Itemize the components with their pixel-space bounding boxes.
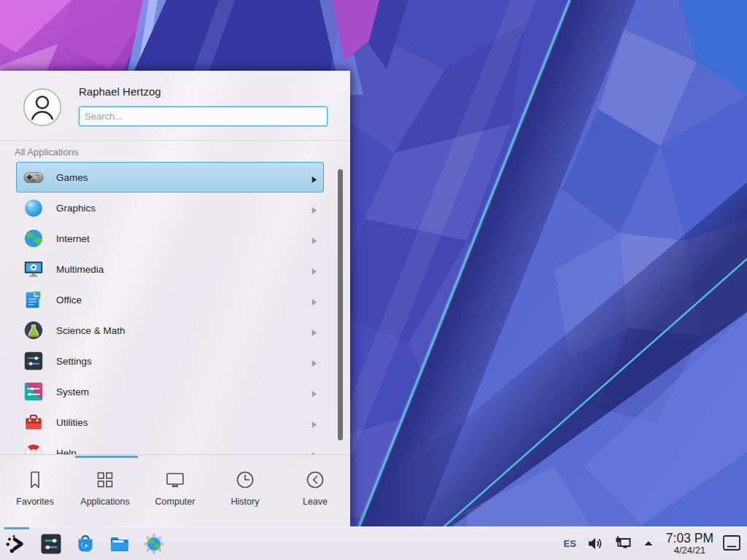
user-avatar[interactable]	[23, 88, 61, 126]
settings-sliders-icon	[23, 350, 44, 372]
category-label: Utilities	[56, 417, 88, 428]
tab-applications[interactable]: Applications	[70, 458, 140, 526]
discover-button[interactable]	[74, 532, 97, 556]
launcher-tabbar: Favorites Applications Computer	[0, 458, 350, 526]
submenu-arrow-icon	[311, 204, 317, 212]
category-graphics[interactable]: Graphics	[16, 192, 324, 223]
tab-label: History	[231, 497, 260, 507]
submenu-arrow-icon	[311, 388, 317, 396]
gamepad-icon	[23, 166, 44, 188]
tabbar-separator	[0, 454, 350, 455]
system-sliders-icon	[23, 381, 44, 402]
system-settings-button[interactable]	[39, 532, 63, 556]
search-input[interactable]	[79, 106, 328, 126]
computer-icon	[164, 469, 186, 491]
web-browser-button[interactable]	[142, 532, 166, 556]
submenu-arrow-icon	[311, 296, 317, 304]
system-tray: ES 7:03 PM 4/24/21	[563, 532, 741, 555]
category-list: Games Graphics Internet	[0, 162, 350, 454]
category-label: Graphics	[56, 203, 96, 214]
category-label: Games	[56, 172, 88, 183]
category-games[interactable]: Games	[16, 162, 324, 192]
list-scrollbar[interactable]	[338, 169, 343, 440]
clock-time: 7:03 PM	[666, 532, 713, 545]
category-label: Internet	[56, 233, 90, 244]
expand-tray-icon[interactable]	[642, 537, 655, 550]
application-launcher-menu: Raphael Hertzog All Applications Games	[0, 71, 350, 526]
taskbar-panel: ES 7:03 PM 4/24/21	[0, 526, 747, 560]
submenu-arrow-icon	[311, 265, 317, 273]
submenu-arrow-icon	[311, 419, 317, 427]
globe-gear-icon	[142, 532, 166, 556]
discover-bag-icon	[74, 532, 97, 556]
category-help[interactable]: Help	[16, 438, 324, 454]
digital-clock[interactable]: 7:03 PM 4/24/21	[666, 532, 713, 555]
tab-label: Favorites	[16, 497, 53, 507]
user-icon	[23, 88, 61, 126]
category-label: Help	[56, 448, 77, 455]
launcher-header: Raphael Hertzog	[0, 71, 350, 141]
category-label: Settings	[56, 356, 92, 367]
science-flask-icon	[23, 319, 44, 341]
section-label: All Applications	[15, 147, 78, 158]
category-office[interactable]: Office	[16, 284, 324, 315]
media-screen-icon	[23, 258, 44, 280]
lifebuoy-icon	[23, 442, 44, 454]
tab-label: Applications	[80, 497, 129, 507]
category-label: Multimedia	[56, 264, 104, 275]
tab-computer[interactable]: Computer	[140, 458, 210, 526]
clock-date: 4/24/21	[666, 545, 713, 556]
globe-icon	[23, 228, 44, 249]
history-clock-icon	[234, 469, 256, 491]
folder-icon	[108, 532, 131, 556]
file-manager-button[interactable]	[108, 532, 131, 556]
network-icon[interactable]	[614, 534, 632, 553]
category-multimedia[interactable]: Multimedia	[16, 254, 324, 284]
submenu-arrow-icon	[311, 235, 317, 243]
category-settings[interactable]: Settings	[16, 346, 324, 376]
submenu-arrow-icon	[311, 174, 317, 182]
category-label: System	[56, 386, 89, 397]
settings-app-icon	[39, 532, 63, 556]
tab-favorites[interactable]: Favorites	[0, 458, 70, 526]
bookmark-icon	[24, 469, 46, 491]
show-desktop-button[interactable]	[722, 534, 741, 553]
desktop: Raphael Hertzog All Applications Games	[0, 0, 747, 560]
tab-leave[interactable]: Leave	[280, 458, 350, 526]
tab-label: Leave	[303, 497, 328, 507]
tab-label: Computer	[155, 497, 196, 507]
submenu-arrow-icon	[311, 327, 317, 335]
launcher-icon	[5, 532, 28, 556]
submenu-arrow-icon	[311, 357, 317, 365]
category-internet[interactable]: Internet	[16, 223, 324, 254]
category-utilities[interactable]: Utilities	[16, 407, 324, 438]
category-system[interactable]: System	[16, 376, 324, 407]
tab-history[interactable]: History	[210, 458, 280, 526]
category-label: Office	[56, 295, 82, 306]
submenu-arrow-icon	[311, 449, 317, 455]
toolbox-icon	[23, 411, 44, 433]
office-document-icon	[23, 289, 44, 311]
app-launcher-button[interactable]	[5, 532, 28, 556]
user-name: Raphael Hertzog	[79, 85, 161, 98]
apps-grid-icon	[94, 469, 116, 491]
paint-sphere-icon	[23, 197, 44, 219]
category-science-math[interactable]: Science & Math	[16, 315, 324, 346]
leave-icon	[304, 469, 326, 491]
volume-icon[interactable]	[587, 534, 605, 553]
category-label: Science & Math	[56, 325, 125, 336]
keyboard-layout-indicator[interactable]: ES	[563, 538, 576, 549]
